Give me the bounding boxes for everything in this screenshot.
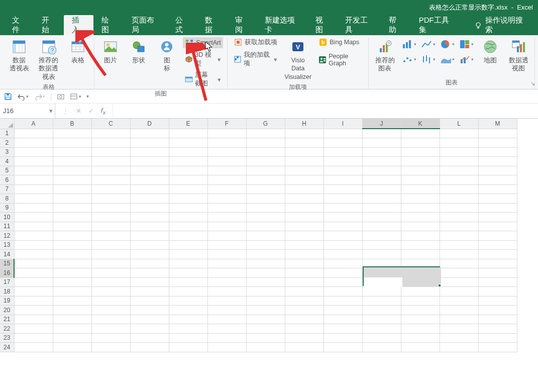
cell[interactable]: [14, 250, 53, 259]
cell[interactable]: [91, 259, 130, 268]
cell[interactable]: [362, 231, 401, 241]
column-header[interactable]: H: [285, 119, 324, 129]
cell[interactable]: [324, 324, 362, 334]
map-chart-button[interactable]: 地图: [478, 37, 502, 65]
cell[interactable]: [91, 231, 130, 241]
cell[interactable]: [362, 138, 401, 148]
cell[interactable]: [362, 333, 401, 343]
tab-home[interactable]: 开始: [34, 15, 63, 35]
cell[interactable]: [401, 333, 440, 343]
recommended-pivot-button[interactable]: ? 推荐的 数据透视表: [35, 37, 62, 82]
cell[interactable]: [324, 147, 362, 157]
row-header[interactable]: 7: [0, 184, 14, 194]
cell[interactable]: [91, 306, 130, 315]
cell[interactable]: [53, 166, 91, 175]
cell[interactable]: [285, 240, 324, 250]
cell[interactable]: [478, 250, 517, 259]
cell[interactable]: [53, 138, 91, 148]
cell[interactable]: [14, 287, 53, 297]
cell[interactable]: [440, 138, 478, 148]
row-header[interactable]: 22: [0, 324, 14, 334]
cell[interactable]: [440, 240, 478, 250]
cell[interactable]: [169, 231, 207, 241]
cell[interactable]: [324, 287, 362, 297]
worksheet-grid[interactable]: ABCDEFGHIJKLM 12345678910111213141516171…: [0, 119, 538, 392]
column-header[interactable]: M: [478, 119, 517, 129]
cell[interactable]: [14, 343, 53, 352]
cell[interactable]: [53, 240, 91, 250]
cell[interactable]: [91, 184, 130, 194]
cell[interactable]: [401, 194, 440, 204]
cell[interactable]: [130, 213, 169, 222]
cell[interactable]: [14, 203, 53, 213]
row-header[interactable]: 20: [0, 306, 14, 315]
cell[interactable]: [91, 287, 130, 297]
cell[interactable]: [246, 129, 285, 138]
cell[interactable]: [53, 129, 91, 138]
recommended-charts-button[interactable]: ? 推荐的 图表: [373, 37, 397, 74]
cell[interactable]: [478, 157, 517, 166]
column-header[interactable]: G: [246, 119, 285, 129]
cell[interactable]: [246, 287, 285, 297]
cell[interactable]: [169, 250, 207, 259]
cell[interactable]: [207, 287, 246, 297]
tab-review[interactable]: 审阅: [227, 15, 257, 35]
cell[interactable]: [246, 194, 285, 204]
cell[interactable]: [91, 315, 130, 324]
cell[interactable]: [285, 306, 324, 315]
cell[interactable]: [362, 240, 401, 250]
cell[interactable]: [130, 296, 169, 306]
cell[interactable]: [130, 277, 169, 287]
cell[interactable]: [285, 268, 324, 278]
cell[interactable]: [440, 268, 478, 278]
cell[interactable]: [324, 213, 362, 222]
cell[interactable]: [246, 203, 285, 213]
cell[interactable]: [91, 129, 130, 138]
row-header[interactable]: 18: [0, 287, 14, 297]
row-header[interactable]: 5: [0, 166, 14, 175]
cell[interactable]: [324, 166, 362, 175]
cell[interactable]: [478, 194, 517, 204]
cell[interactable]: [14, 240, 53, 250]
cell[interactable]: [53, 287, 91, 297]
cell[interactable]: [324, 184, 362, 194]
cell[interactable]: [207, 268, 246, 278]
cell[interactable]: [53, 147, 91, 157]
cell[interactable]: [207, 315, 246, 324]
cell[interactable]: [285, 147, 324, 157]
cell[interactable]: [130, 157, 169, 166]
cell[interactable]: [246, 343, 285, 352]
table-button[interactable]: 表格: [66, 37, 90, 65]
cell[interactable]: [285, 287, 324, 297]
cell[interactable]: [169, 138, 207, 148]
cell[interactable]: [207, 213, 246, 222]
cell[interactable]: [324, 250, 362, 259]
cell[interactable]: [362, 287, 401, 297]
scatter-chart-button[interactable]: ▾: [401, 52, 417, 66]
column-header[interactable]: A: [14, 119, 53, 129]
cell[interactable]: [324, 175, 362, 185]
column-header[interactable]: K: [401, 119, 440, 129]
tab-file[interactable]: 文件: [4, 15, 34, 35]
cell[interactable]: [401, 129, 440, 138]
cell[interactable]: [285, 166, 324, 175]
cell[interactable]: [401, 259, 440, 268]
cell[interactable]: [207, 203, 246, 213]
cell[interactable]: [130, 203, 169, 213]
cell[interactable]: [246, 231, 285, 241]
cell[interactable]: [478, 213, 517, 222]
cell[interactable]: [14, 129, 53, 138]
cell[interactable]: [14, 306, 53, 315]
cancel-formula-button[interactable]: ✕: [76, 107, 81, 115]
cell[interactable]: [362, 184, 401, 194]
cell[interactable]: [53, 259, 91, 268]
cell[interactable]: [440, 147, 478, 157]
cell[interactable]: [53, 194, 91, 204]
row-header[interactable]: 1: [0, 129, 14, 138]
cell[interactable]: [246, 324, 285, 334]
cell[interactable]: [440, 231, 478, 241]
cell[interactable]: [324, 222, 362, 231]
cell[interactable]: [440, 287, 478, 297]
row-header[interactable]: 2: [0, 138, 14, 148]
cell[interactable]: [324, 333, 362, 343]
